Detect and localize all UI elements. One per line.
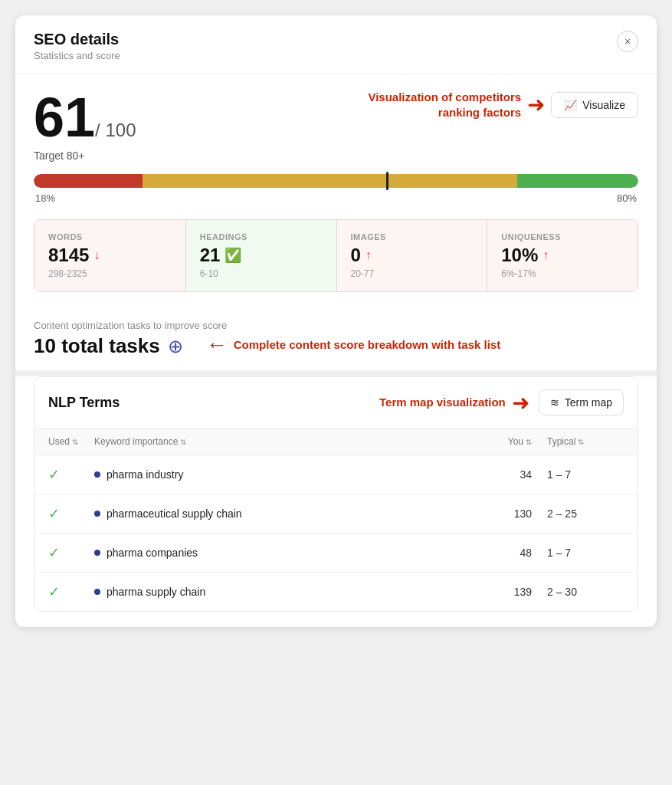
stat-headings-range: 6-10 [200, 268, 323, 279]
term-map-arrow-icon: ➜ [512, 390, 529, 415]
col-used: Used ⇅ [48, 436, 94, 447]
row3-term: pharma companies [107, 547, 198, 559]
headings-check-icon: ✅ [225, 247, 241, 264]
score-target: Target 80+ [34, 149, 136, 162]
score-value: 61 [34, 87, 95, 148]
uniqueness-up-arrow-icon: ↑ [543, 248, 549, 262]
stat-card-words: WORDS 8145 ↓ 298-2325 [34, 220, 185, 291]
slider-green-segment [517, 174, 638, 188]
visualize-callout-text: Visualization of competitors ranking fac… [352, 90, 521, 120]
visualize-button-label: Visualize [582, 99, 625, 111]
row2-check-icon: ✓ [48, 505, 94, 522]
term-map-button[interactable]: ≋ Term map [539, 389, 624, 415]
panel-header: SEO details Statistics and score × [15, 15, 657, 74]
close-button[interactable]: × [617, 31, 638, 52]
arrow-right-icon: ➜ [527, 92, 545, 117]
panel-subtitle: Statistics and score [34, 50, 120, 61]
stat-uniqueness-label: UNIQUENESS [501, 232, 624, 241]
stat-uniqueness-value: 10% [501, 245, 538, 266]
words-down-arrow-icon: ↓ [93, 248, 100, 262]
slider-yellow-segment [143, 174, 517, 188]
term-map-callout-text: Term map visualization [379, 395, 506, 410]
score-section: 61/ 100 Target 80+ Visualization of comp… [15, 74, 657, 174]
score-denominator: / 100 [95, 120, 136, 140]
tasks-callout: ← Complete content score breakdown with … [206, 333, 500, 357]
stat-words-range: 298-2325 [48, 268, 172, 279]
score-right: Visualization of competitors ranking fac… [352, 90, 638, 120]
nlp-title: NLP Terms [48, 395, 120, 411]
visualize-callout: Visualization of competitors ranking fac… [352, 90, 638, 120]
slider-left-label: 18% [35, 192, 55, 204]
term-map-icon: ≋ [550, 396, 559, 409]
tasks-circle-arrow-icon[interactable]: ⊕ [168, 336, 183, 357]
stats-section: WORDS 8145 ↓ 298-2325 HEADINGS 21 ✅ 6-10… [15, 219, 657, 307]
panel-title: SEO details [34, 31, 120, 48]
tasks-row: 10 total tasks ⊕ ← Complete content scor… [34, 331, 638, 358]
tasks-subtitle: Content optimization tasks to improve sc… [34, 320, 638, 331]
tasks-title: 10 total tasks [34, 334, 160, 358]
row4-typical-val: 2 – 30 [547, 586, 624, 598]
nlp-row-2: ✓ pharmaceutical supply chain 130 2 – 25 [34, 494, 638, 534]
nlp-row-4: ✓ pharma supply chain 139 2 – 30 [34, 573, 638, 611]
chart-icon: 📈 [564, 99, 577, 111]
col-typical-filter-icon[interactable]: ⇅ [578, 438, 584, 446]
score-display: 61/ 100 [34, 90, 136, 145]
stat-words-value: 8145 [48, 245, 89, 266]
stat-card-uniqueness: UNIQUENESS 10% ↑ 6%-17% [487, 220, 638, 291]
nlp-row-1: ✓ pharma industry 34 1 – 7 [34, 455, 638, 494]
row2-term-cell: pharmaceutical supply chain [94, 507, 486, 520]
row2-you-val: 130 [486, 507, 547, 520]
row4-term-cell: pharma supply chain [94, 586, 486, 598]
row1-you-val: 34 [486, 468, 547, 481]
term-map-callout: Term map visualization ➜ [379, 390, 529, 415]
nlp-row-3: ✓ pharma companies 48 1 – 7 [34, 534, 638, 573]
stats-grid: WORDS 8145 ↓ 298-2325 HEADINGS 21 ✅ 6-10… [34, 219, 638, 292]
nlp-right: Term map visualization ➜ ≋ Term map [379, 389, 624, 415]
row3-check-icon: ✓ [48, 544, 94, 561]
col-used-label: Used [48, 436, 70, 447]
row1-dot-icon [94, 471, 100, 478]
row2-dot-icon [94, 511, 100, 517]
col-keyword-filter-icon[interactable]: ⇅ [180, 438, 186, 446]
stat-images-value-row: 0 ↑ [351, 245, 474, 266]
slider-section: 18% 80% [15, 174, 657, 219]
slider-right-label: 80% [617, 192, 637, 204]
col-keyword-label: Keyword importance [94, 436, 178, 447]
score-left: 61/ 100 Target 80+ [34, 90, 136, 162]
nlp-header: NLP Terms Term map visualization ➜ ≋ Ter… [34, 377, 638, 428]
stat-card-headings: HEADINGS 21 ✅ 6-10 [185, 220, 336, 291]
stat-uniqueness-range: 6%-17% [501, 268, 624, 279]
row4-check-icon: ✓ [48, 583, 94, 600]
row1-check-icon: ✓ [48, 466, 94, 483]
stat-words-value-row: 8145 ↓ [48, 245, 172, 266]
arrow-left-icon: ← [206, 333, 228, 357]
row4-dot-icon [94, 589, 100, 595]
slider-red-segment [34, 174, 143, 188]
row1-term: pharma industry [107, 468, 183, 481]
row1-term-cell: pharma industry [94, 468, 486, 481]
row3-you-val: 48 [486, 547, 547, 559]
stat-images-label: IMAGES [351, 232, 474, 241]
tasks-main-left: 10 total tasks ⊕ [34, 334, 183, 358]
row4-you-val: 139 [486, 586, 547, 598]
row3-typical-val: 1 – 7 [547, 547, 624, 559]
nlp-column-headers: Used ⇅ Keyword importance ⇅ You ⇅ Typica… [34, 428, 638, 455]
nlp-section: NLP Terms Term map visualization ➜ ≋ Ter… [34, 376, 638, 612]
stat-uniqueness-value-row: 10% ↑ [501, 245, 624, 266]
header-text: SEO details Statistics and score [34, 31, 120, 61]
slider-marker [386, 172, 388, 190]
stat-images-value: 0 [351, 245, 361, 266]
stat-headings-value-row: 21 ✅ [200, 245, 323, 266]
visualize-button[interactable]: 📈 Visualize [551, 92, 638, 118]
col-you: You ⇅ [486, 436, 547, 447]
stat-words-label: WORDS [48, 232, 172, 241]
row1-typical-val: 1 – 7 [547, 468, 624, 481]
col-typical-label: Typical [547, 436, 575, 447]
stat-images-range: 20-77 [351, 268, 474, 279]
stat-headings-value: 21 [200, 245, 221, 266]
stat-card-images: IMAGES 0 ↑ 20-77 [336, 220, 487, 291]
col-used-filter-icon[interactable]: ⇅ [72, 438, 78, 446]
slider-bar [34, 174, 638, 188]
col-you-filter-icon[interactable]: ⇅ [526, 438, 532, 446]
row3-term-cell: pharma companies [94, 547, 486, 559]
